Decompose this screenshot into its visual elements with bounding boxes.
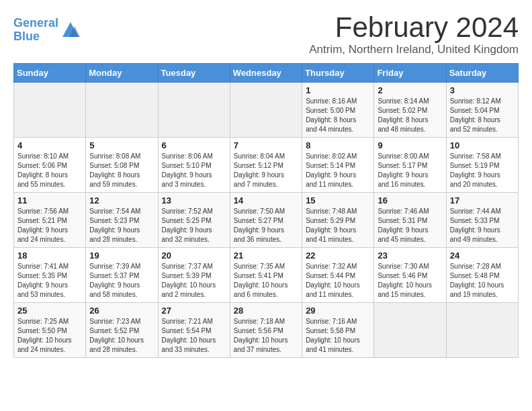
title-block: February 2024 Antrim, Northern Ireland, … [309, 13, 519, 56]
day-info: Sunrise: 7:48 AM Sunset: 5:29 PM Dayligh… [306, 207, 370, 244]
day-info: Sunrise: 7:44 AM Sunset: 5:33 PM Dayligh… [450, 207, 515, 244]
day-number: 21 [234, 250, 298, 261]
day-number: 13 [162, 195, 226, 205]
day-info: Sunrise: 7:18 AM Sunset: 5:56 PM Dayligh… [234, 317, 298, 355]
day-number: 17 [450, 195, 515, 205]
calendar-cell: 9Sunrise: 8:00 AM Sunset: 5:17 PM Daylig… [374, 138, 446, 193]
day-number: 10 [450, 140, 515, 150]
day-info: Sunrise: 8:16 AM Sunset: 5:00 PM Dayligh… [306, 97, 370, 134]
calendar-cell: 21Sunrise: 7:35 AM Sunset: 5:41 PM Dayli… [230, 248, 302, 303]
day-number: 15 [306, 195, 370, 205]
calendar-cell: 14Sunrise: 7:50 AM Sunset: 5:27 PM Dayli… [230, 193, 302, 248]
day-info: Sunrise: 8:14 AM Sunset: 5:02 PM Dayligh… [378, 97, 442, 134]
calendar-cell: 23Sunrise: 7:30 AM Sunset: 5:46 PM Dayli… [374, 248, 446, 303]
day-number: 2 [378, 85, 442, 95]
page-header: General Blue February 2024 Antrim, North… [13, 13, 519, 56]
day-number: 4 [17, 140, 82, 150]
day-info: Sunrise: 7:35 AM Sunset: 5:41 PM Dayligh… [234, 262, 298, 300]
calendar-cell: 5Sunrise: 8:08 AM Sunset: 5:08 PM Daylig… [86, 138, 158, 193]
day-info: Sunrise: 7:37 AM Sunset: 5:39 PM Dayligh… [162, 262, 226, 300]
day-info: Sunrise: 7:23 AM Sunset: 5:52 PM Dayligh… [89, 317, 154, 355]
logo-icon [61, 21, 80, 40]
logo: General Blue [13, 17, 80, 44]
day-header-saturday: Saturday [446, 64, 518, 83]
calendar-cell: 4Sunrise: 8:10 AM Sunset: 5:06 PM Daylig… [14, 138, 86, 193]
day-number: 20 [162, 250, 226, 261]
calendar-cell: 6Sunrise: 8:06 AM Sunset: 5:10 PM Daylig… [158, 138, 230, 193]
calendar-cell: 18Sunrise: 7:41 AM Sunset: 5:35 PM Dayli… [14, 248, 86, 303]
day-number: 12 [89, 195, 154, 205]
day-number: 1 [306, 85, 370, 95]
calendar-cell: 29Sunrise: 7:16 AM Sunset: 5:58 PM Dayli… [302, 303, 374, 358]
day-number: 11 [17, 195, 82, 205]
day-number: 25 [17, 306, 82, 316]
day-header-monday: Monday [86, 64, 158, 83]
day-info: Sunrise: 7:50 AM Sunset: 5:27 PM Dayligh… [234, 207, 298, 244]
calendar-cell: 7Sunrise: 8:04 AM Sunset: 5:12 PM Daylig… [230, 138, 302, 193]
day-number: 8 [306, 140, 370, 150]
day-number: 9 [378, 140, 442, 150]
calendar-week-3: 11Sunrise: 7:56 AM Sunset: 5:21 PM Dayli… [14, 193, 519, 248]
day-number: 14 [234, 195, 298, 205]
day-info: Sunrise: 8:10 AM Sunset: 5:06 PM Dayligh… [17, 152, 82, 189]
day-info: Sunrise: 7:21 AM Sunset: 5:54 PM Dayligh… [162, 317, 226, 355]
calendar-table: SundayMondayTuesdayWednesdayThursdayFrid… [13, 63, 519, 358]
day-number: 18 [17, 250, 82, 261]
day-number: 16 [378, 195, 442, 205]
calendar-cell: 27Sunrise: 7:21 AM Sunset: 5:54 PM Dayli… [158, 303, 230, 358]
calendar-week-4: 18Sunrise: 7:41 AM Sunset: 5:35 PM Dayli… [14, 248, 519, 303]
day-number: 24 [450, 250, 515, 261]
calendar-week-2: 4Sunrise: 8:10 AM Sunset: 5:06 PM Daylig… [14, 138, 519, 193]
day-info: Sunrise: 7:30 AM Sunset: 5:46 PM Dayligh… [378, 262, 442, 300]
calendar-cell: 25Sunrise: 7:25 AM Sunset: 5:50 PM Dayli… [14, 303, 86, 358]
day-number: 3 [450, 85, 515, 95]
calendar-cell: 16Sunrise: 7:46 AM Sunset: 5:31 PM Dayli… [374, 193, 446, 248]
day-header-sunday: Sunday [14, 64, 86, 83]
day-info: Sunrise: 8:12 AM Sunset: 5:04 PM Dayligh… [450, 97, 515, 134]
calendar-cell: 22Sunrise: 7:32 AM Sunset: 5:44 PM Dayli… [302, 248, 374, 303]
calendar-cell: 28Sunrise: 7:18 AM Sunset: 5:56 PM Dayli… [230, 303, 302, 358]
calendar-cell [14, 83, 86, 138]
calendar-cell: 8Sunrise: 8:02 AM Sunset: 5:14 PM Daylig… [302, 138, 374, 193]
day-info: Sunrise: 7:25 AM Sunset: 5:50 PM Dayligh… [17, 317, 82, 355]
calendar-cell: 26Sunrise: 7:23 AM Sunset: 5:52 PM Dayli… [86, 303, 158, 358]
day-number: 22 [306, 250, 370, 261]
day-info: Sunrise: 8:08 AM Sunset: 5:08 PM Dayligh… [89, 152, 154, 189]
day-info: Sunrise: 8:00 AM Sunset: 5:17 PM Dayligh… [378, 152, 442, 189]
day-info: Sunrise: 7:28 AM Sunset: 5:48 PM Dayligh… [450, 262, 515, 300]
day-number: 27 [162, 306, 226, 316]
calendar-cell [158, 83, 230, 138]
day-number: 7 [234, 140, 298, 150]
day-info: Sunrise: 7:56 AM Sunset: 5:21 PM Dayligh… [17, 207, 82, 244]
calendar-cell: 3Sunrise: 8:12 AM Sunset: 5:04 PM Daylig… [446, 83, 518, 138]
calendar-cell [230, 83, 302, 138]
day-info: Sunrise: 7:16 AM Sunset: 5:58 PM Dayligh… [306, 317, 370, 355]
day-info: Sunrise: 7:41 AM Sunset: 5:35 PM Dayligh… [17, 262, 82, 300]
month-title: February 2024 [309, 13, 519, 42]
calendar-cell: 10Sunrise: 7:58 AM Sunset: 5:19 PM Dayli… [446, 138, 518, 193]
day-info: Sunrise: 8:02 AM Sunset: 5:14 PM Dayligh… [306, 152, 370, 189]
day-info: Sunrise: 8:04 AM Sunset: 5:12 PM Dayligh… [234, 152, 298, 189]
day-info: Sunrise: 8:06 AM Sunset: 5:10 PM Dayligh… [162, 152, 226, 189]
day-number: 26 [89, 306, 154, 316]
calendar-header-row: SundayMondayTuesdayWednesdayThursdayFrid… [14, 64, 519, 83]
location: Antrim, Northern Ireland, United Kingdom [309, 43, 519, 56]
day-header-friday: Friday [374, 64, 446, 83]
day-info: Sunrise: 7:39 AM Sunset: 5:37 PM Dayligh… [89, 262, 154, 300]
day-info: Sunrise: 7:52 AM Sunset: 5:25 PM Dayligh… [162, 207, 226, 244]
calendar-week-1: 1Sunrise: 8:16 AM Sunset: 5:00 PM Daylig… [14, 83, 519, 138]
calendar-cell: 13Sunrise: 7:52 AM Sunset: 5:25 PM Dayli… [158, 193, 230, 248]
calendar-body: 1Sunrise: 8:16 AM Sunset: 5:00 PM Daylig… [14, 83, 519, 358]
logo-text: General Blue [13, 17, 58, 44]
day-info: Sunrise: 7:58 AM Sunset: 5:19 PM Dayligh… [450, 152, 515, 189]
calendar-cell [374, 303, 446, 358]
calendar-cell: 17Sunrise: 7:44 AM Sunset: 5:33 PM Dayli… [446, 193, 518, 248]
calendar-cell: 11Sunrise: 7:56 AM Sunset: 5:21 PM Dayli… [14, 193, 86, 248]
day-number: 6 [162, 140, 226, 150]
day-info: Sunrise: 7:32 AM Sunset: 5:44 PM Dayligh… [306, 262, 370, 300]
calendar-cell: 12Sunrise: 7:54 AM Sunset: 5:23 PM Dayli… [86, 193, 158, 248]
day-number: 28 [234, 306, 298, 316]
day-info: Sunrise: 7:54 AM Sunset: 5:23 PM Dayligh… [89, 207, 154, 244]
calendar-cell: 2Sunrise: 8:14 AM Sunset: 5:02 PM Daylig… [374, 83, 446, 138]
calendar-cell [86, 83, 158, 138]
